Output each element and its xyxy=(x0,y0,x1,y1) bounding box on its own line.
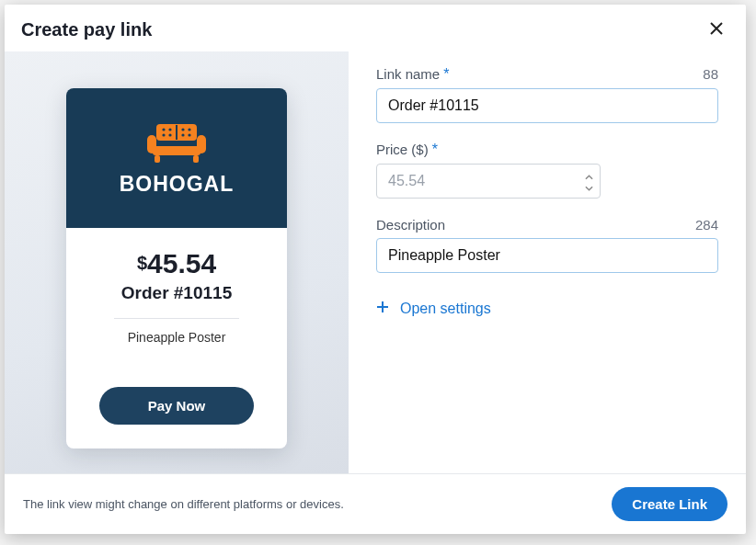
couch-icon xyxy=(136,120,217,163)
chevron-down-icon xyxy=(585,180,593,194)
open-settings-label: Open settings xyxy=(400,301,491,317)
svg-point-13 xyxy=(188,133,190,136)
svg-rect-3 xyxy=(153,146,200,155)
preview-card-body: $45.54 Order #10115 Pineapple Poster Pay… xyxy=(66,228,287,448)
modal-body: BOHOGAL $45.54 Order #10115 Pineapple Po… xyxy=(5,51,746,473)
link-name-field: Link name* 88 xyxy=(376,66,718,123)
link-name-input[interactable] xyxy=(376,88,718,123)
preview-pane: BOHOGAL $45.54 Order #10115 Pineapple Po… xyxy=(5,51,349,473)
description-input[interactable] xyxy=(376,238,718,273)
plus-icon xyxy=(376,301,389,317)
link-name-label: Link name* xyxy=(376,66,449,83)
svg-point-12 xyxy=(181,133,184,136)
price-label: Price ($)* xyxy=(376,142,438,158)
svg-point-8 xyxy=(162,133,165,136)
link-name-counter: 88 xyxy=(703,66,718,82)
modal-footer: The link view might change on different … xyxy=(5,473,746,534)
required-indicator: * xyxy=(443,66,449,82)
create-link-button[interactable]: Create Link xyxy=(612,487,727,521)
preview-description: Pineapple Poster xyxy=(83,330,270,345)
form-pane: Link name* 88 Price ($)* xyxy=(349,51,746,473)
close-button[interactable] xyxy=(705,17,727,42)
svg-rect-5 xyxy=(193,155,199,163)
svg-rect-14 xyxy=(176,125,178,140)
svg-rect-4 xyxy=(155,155,160,163)
preview-price-value: 45.54 xyxy=(147,248,216,278)
preview-card: BOHOGAL $45.54 Order #10115 Pineapple Po… xyxy=(66,88,287,448)
price-field: Price ($)* xyxy=(376,142,718,199)
preview-card-header: BOHOGAL xyxy=(66,88,287,228)
description-counter: 284 xyxy=(695,217,718,233)
svg-point-9 xyxy=(168,133,171,136)
price-step-down[interactable] xyxy=(585,181,593,192)
open-settings-button[interactable]: Open settings xyxy=(376,301,491,317)
divider xyxy=(114,318,239,319)
pay-now-button[interactable]: Pay Now xyxy=(99,387,254,425)
description-field: Description 284 xyxy=(376,217,718,273)
number-spinner xyxy=(585,164,593,199)
svg-point-11 xyxy=(188,128,190,131)
create-pay-link-modal: Create pay link xyxy=(5,5,746,534)
preview-price: $45.54 xyxy=(83,248,270,279)
price-input[interactable] xyxy=(376,164,601,199)
modal-title: Create pay link xyxy=(21,19,152,40)
svg-point-7 xyxy=(168,128,171,131)
close-icon xyxy=(709,25,724,39)
svg-point-6 xyxy=(162,128,165,131)
preview-order-label: Order #10115 xyxy=(83,283,270,303)
required-indicator: * xyxy=(432,142,438,157)
description-label: Description xyxy=(376,217,445,233)
preview-currency: $ xyxy=(137,253,147,273)
svg-point-10 xyxy=(181,128,184,131)
modal-header: Create pay link xyxy=(5,5,746,51)
footer-note: The link view might change on different … xyxy=(23,497,344,511)
preview-brand: BOHOGAL xyxy=(120,172,235,197)
